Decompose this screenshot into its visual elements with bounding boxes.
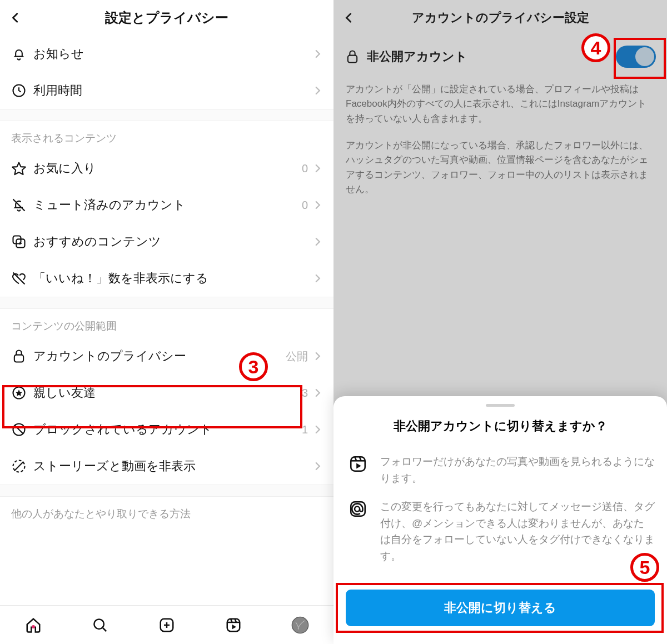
chevron-left-icon <box>9 12 22 24</box>
row-count: 3 <box>302 387 308 400</box>
lock-icon <box>11 348 33 364</box>
sheet-bullet-1: フォロワーだけがあなたの写真や動画を見られるようになります。 <box>346 453 655 486</box>
section-interaction: 他の人があなたとやり取りできる方法 <box>0 497 334 521</box>
settings-pane: 設定とプライバシー お知らせ 利用時間 表示されるコンテンツ お気に入り 0 <box>0 0 334 644</box>
mention-icon <box>346 498 370 564</box>
description-text: アカウントが「公開」に設定されている場合、プロフィールや投稿はFacebook内… <box>334 78 667 126</box>
svg-marker-9 <box>16 390 22 396</box>
nav-profile[interactable] <box>290 615 310 635</box>
svg-rect-26 <box>348 56 357 63</box>
row-suggested-content[interactable]: おすすめのコンテンツ <box>0 223 334 260</box>
row-label: ブロックされているアカウント <box>33 421 302 438</box>
private-account-toggle[interactable] <box>616 46 656 68</box>
right-header: アカウントのプライバシー設定 <box>334 0 667 36</box>
row-muted-accounts[interactable]: ミュート済みのアカウント 0 <box>0 187 334 223</box>
row-favorites[interactable]: お気に入り 0 <box>0 150 334 187</box>
row-blocked-accounts[interactable]: ブロックされているアカウント 1 <box>0 411 334 448</box>
row-count: 1 <box>302 423 308 436</box>
bell-off-icon <box>11 197 33 213</box>
sheet-title: 非公開アカウントに切り替えますか？ <box>346 418 655 435</box>
row-label: おすすめのコンテンツ <box>33 233 312 250</box>
svg-rect-27 <box>351 457 365 472</box>
row-close-friends[interactable]: 親しい友達 3 <box>0 375 334 411</box>
row-label: ストーリーズと動画を非表示 <box>33 458 312 475</box>
page-title: アカウントのプライバシー設定 <box>334 9 667 26</box>
svg-rect-19 <box>227 618 240 631</box>
chevron-right-icon <box>312 425 322 435</box>
star-badge-icon <box>11 385 33 401</box>
reels-icon <box>346 453 370 486</box>
row-count: 0 <box>302 162 308 175</box>
chevron-right-icon <box>312 86 322 96</box>
svg-line-11 <box>14 425 23 433</box>
row-value: 公開 <box>286 349 308 364</box>
nav-search[interactable] <box>90 615 110 635</box>
section-divider <box>0 485 334 497</box>
chevron-right-icon <box>312 273 322 283</box>
row-usage-time[interactable]: 利用時間 <box>0 72 334 109</box>
svg-line-15 <box>103 628 106 631</box>
chevron-right-icon <box>312 163 322 173</box>
bottom-nav <box>0 605 334 644</box>
chevron-right-icon <box>312 461 322 471</box>
back-button[interactable] <box>4 12 27 24</box>
notification-dot-icon <box>32 625 35 628</box>
row-account-privacy[interactable]: アカウントのプライバシー 公開 <box>0 338 334 375</box>
private-account-row: 非公開アカウント <box>334 36 667 78</box>
sheet-bullet-2: この変更を行ってもあなたに対してメッセージ送信、タグ付け、@メンションできる人は… <box>346 498 655 564</box>
chevron-right-icon <box>312 49 322 59</box>
row-label: お気に入り <box>33 160 302 177</box>
nav-reels[interactable] <box>223 615 243 635</box>
sheet-text: フォロワーだけがあなたの写真や動画を見られるようになります。 <box>380 453 655 486</box>
chevron-right-icon <box>312 237 322 247</box>
svg-point-33 <box>355 507 360 512</box>
svg-point-14 <box>94 619 104 629</box>
row-label: 「いいね！」数を非表示にする <box>33 270 312 287</box>
chevron-right-icon <box>312 200 322 210</box>
nav-home[interactable] <box>23 615 43 635</box>
svg-marker-23 <box>232 624 237 629</box>
block-icon <box>11 422 33 437</box>
nav-create[interactable] <box>157 615 177 635</box>
chevron-right-icon <box>312 388 322 398</box>
row-label: 利用時間 <box>33 82 312 99</box>
sheet-text: この変更を行ってもあなたに対してメッセージ送信、タグ付け、@メンションできる人は… <box>380 498 655 564</box>
description-text: アカウントが非公開になっている場合、承認したフォロワー以外には、ハッシュタグのつ… <box>334 134 667 197</box>
row-hide-likes[interactable]: 「いいね！」数を非表示にする <box>0 260 334 297</box>
svg-rect-7 <box>14 355 23 362</box>
page-title: 設定とプライバシー <box>0 9 334 27</box>
confirm-sheet: 非公開アカウントに切り替えますか？ フォロワーだけがあなたの写真や動画を見られる… <box>334 396 667 644</box>
section-divider <box>0 109 334 121</box>
row-label: 親しい友達 <box>33 385 302 401</box>
media-stack-icon <box>11 234 33 249</box>
switch-to-private-button[interactable]: 非公開に切り替える <box>346 590 655 626</box>
section-divider <box>0 297 334 309</box>
privacy-pane: アカウントのプライバシー設定 非公開アカウント アカウントが「公開」に設定されて… <box>334 0 667 644</box>
eye-off-icon <box>11 458 33 474</box>
chevron-right-icon <box>312 351 322 361</box>
star-icon <box>11 161 33 176</box>
clock-icon <box>11 83 33 98</box>
button-label: 非公開に切り替える <box>444 600 556 616</box>
row-label: アカウントのプライバシー <box>33 348 286 365</box>
row-hide-stories[interactable]: ストーリーズと動画を非表示 <box>0 448 334 485</box>
sheet-grabber[interactable] <box>486 404 515 407</box>
lock-icon <box>345 49 367 64</box>
row-notifications[interactable]: お知らせ <box>0 36 334 72</box>
left-header: 設定とプライバシー <box>0 0 334 36</box>
toggle-label: 非公開アカウント <box>367 48 589 65</box>
bell-icon <box>11 46 33 62</box>
row-count: 0 <box>302 199 308 212</box>
section-visibility: コンテンツの公開範囲 <box>0 309 334 338</box>
section-shown-content: 表示されるコンテンツ <box>0 121 334 150</box>
heart-off-icon <box>11 271 33 286</box>
toggle-knob-icon <box>635 47 654 66</box>
svg-line-13 <box>14 462 23 471</box>
row-label: ミュート済みのアカウント <box>33 197 302 213</box>
row-label: お知らせ <box>33 46 312 62</box>
svg-marker-31 <box>356 463 361 469</box>
svg-marker-1 <box>12 163 25 175</box>
